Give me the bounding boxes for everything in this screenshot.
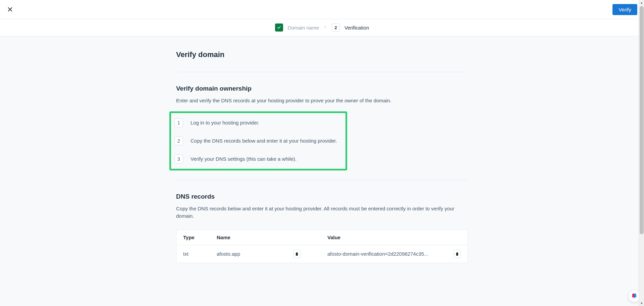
page-title: Verify domain	[176, 50, 468, 59]
step-item: 3 Verify your DNS settings (this can tak…	[174, 155, 342, 163]
scrollbar[interactable]: ▲ ▼	[639, 0, 644, 306]
stepper: Domain name 2 Verification	[0, 19, 644, 36]
content-area: Verify domain Verify domain ownership En…	[176, 36, 468, 263]
copy-name-button[interactable]	[293, 250, 301, 258]
dns-record-value-cell: afosto-domain-verification=2d22098274c35…	[314, 250, 461, 258]
table-row: txt afosto.app afosto-domain-verificatio…	[176, 245, 468, 263]
brain-icon	[631, 293, 638, 300]
help-widget-button[interactable]	[629, 291, 640, 302]
scroll-down-arrow[interactable]: ▼	[639, 301, 644, 306]
chevron-right-icon	[324, 24, 327, 31]
steps-highlight-box: 1 Log in to your hosting provider. 2 Cop…	[169, 111, 347, 170]
divider	[176, 180, 468, 180]
step-instruction-text: Copy the DNS records below and enter it …	[191, 138, 337, 144]
table-header-row: Type Name Value	[176, 230, 468, 245]
step-item: 2 Copy the DNS records below and enter i…	[174, 137, 342, 145]
scroll-thumb[interactable]	[640, 6, 644, 234]
dns-record-type: txt	[183, 251, 217, 257]
column-header-name: Name	[217, 235, 314, 240]
clipboard-icon	[295, 252, 299, 256]
divider	[176, 72, 468, 72]
step-instruction-text: Verify your DNS settings (this can take …	[191, 156, 297, 162]
step-1-label[interactable]: Domain name	[288, 25, 319, 31]
copy-value-button[interactable]	[453, 250, 461, 258]
step-2-label: Verification	[344, 25, 369, 31]
step-2-badge: 2	[332, 23, 340, 32]
column-header-type: Type	[183, 235, 217, 240]
ownership-section-description: Enter and verify the DNS records at your…	[176, 97, 468, 105]
step-1-badge	[275, 23, 283, 32]
step-number-badge: 3	[174, 155, 183, 163]
column-header-value-label: Value	[327, 235, 340, 240]
step-number-badge: 2	[174, 137, 183, 145]
step-instruction-text: Log in to your hosting provider.	[191, 120, 259, 125]
close-button[interactable]	[7, 6, 13, 13]
dns-records-table: Type Name Value txt afosto.app afosto-do…	[176, 230, 468, 263]
close-icon	[7, 6, 13, 12]
dns-record-value: afosto-domain-verification=2d22098274c35…	[327, 251, 428, 257]
scroll-up-arrow[interactable]: ▲	[639, 0, 644, 5]
step-item: 1 Log in to your hosting provider.	[174, 118, 342, 127]
ownership-section-title: Verify domain ownership	[176, 85, 468, 92]
header-bar: Verify	[0, 0, 644, 19]
verify-button[interactable]: Verify	[612, 4, 637, 15]
check-icon	[277, 26, 281, 30]
dns-section-description: Copy the DNS records below and enter it …	[176, 205, 468, 220]
column-header-value: Value	[314, 235, 461, 240]
column-header-name-label: Name	[217, 235, 230, 240]
dns-record-name-cell: afosto.app	[217, 250, 314, 258]
dns-record-name: afosto.app	[217, 251, 240, 257]
dns-section-title: DNS records	[176, 193, 468, 200]
clipboard-icon	[455, 252, 459, 256]
step-number-badge: 1	[174, 118, 183, 127]
